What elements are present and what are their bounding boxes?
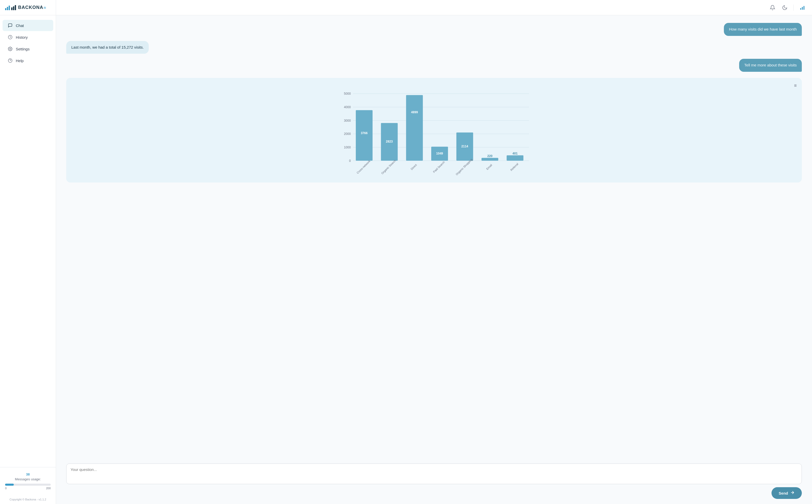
sidebar-item-history[interactable]: History	[3, 32, 53, 43]
send-label: Send	[779, 491, 788, 495]
svg-text:Direct: Direct	[410, 163, 418, 171]
message-user-2: Tell me more about these visits	[66, 59, 802, 72]
copyright: Copyright © Backona - v1.1.2	[0, 495, 56, 504]
svg-rect-6	[804, 6, 805, 10]
data-bars-icon[interactable]	[799, 4, 806, 11]
help-label: Help	[16, 59, 24, 63]
svg-text:1049: 1049	[436, 152, 443, 155]
send-button[interactable]: Send	[772, 487, 802, 499]
svg-text:Paid Search: Paid Search	[433, 160, 446, 173]
svg-text:5000: 5000	[344, 92, 351, 95]
bubble-user-2: Tell me more about these visits	[739, 59, 802, 72]
chat-icon	[8, 23, 13, 28]
question-input[interactable]	[71, 467, 797, 480]
svg-rect-4	[800, 8, 801, 9]
svg-text:220: 220	[487, 154, 492, 158]
message-user-1: How many visits did we have last month	[66, 23, 802, 36]
chat-label: Chat	[16, 23, 24, 28]
svg-text:2823: 2823	[386, 139, 393, 143]
main-panel: How many visits did we have last month L…	[56, 0, 812, 504]
bar-cross-network	[356, 110, 372, 161]
sidebar-nav: Chat History Settings Help	[0, 15, 56, 467]
svg-text:1000: 1000	[344, 145, 351, 149]
svg-text:Email: Email	[486, 163, 493, 170]
svg-text:Cross-network: Cross-network	[356, 159, 371, 174]
topbar-divider	[793, 5, 794, 11]
svg-text:2114: 2114	[461, 144, 468, 148]
history-label: History	[16, 35, 28, 39]
usage-max: 200	[46, 487, 51, 490]
logo-icon	[5, 5, 16, 10]
sidebar-item-settings[interactable]: Settings	[3, 43, 53, 54]
svg-text:Referral: Referral	[510, 162, 519, 171]
svg-rect-5	[802, 7, 803, 10]
svg-text:4899: 4899	[411, 110, 418, 114]
settings-icon	[8, 46, 13, 51]
usage-current: 38	[5, 472, 51, 476]
settings-label: Settings	[16, 47, 30, 51]
input-area: Send	[56, 459, 812, 504]
sidebar-item-help[interactable]: Help	[3, 55, 53, 66]
usage-range: 0 200	[5, 487, 51, 490]
usage-bar	[5, 484, 51, 486]
topbar	[56, 0, 812, 15]
message-bot-1: Last month, we had a total of 15,272 vis…	[66, 41, 802, 54]
bar-direct	[406, 95, 423, 161]
logo: BACKONA ≋	[0, 0, 56, 15]
dark-mode-icon[interactable]	[781, 4, 788, 11]
svg-text:2000: 2000	[344, 132, 351, 136]
bar-email	[482, 158, 498, 161]
usage-fill	[5, 484, 14, 486]
bar-referral	[507, 155, 524, 161]
chat-area: How many visits did we have last month L…	[56, 15, 812, 459]
chart-header: ≡	[71, 83, 797, 88]
input-wrapper[interactable]	[66, 464, 802, 484]
sidebar: BACKONA ≋ Chat History Settings	[0, 0, 56, 504]
logo-wave: ≋	[43, 6, 46, 10]
svg-text:Organic Search: Organic Search	[381, 159, 396, 175]
chart-wrapper: 5000 4000 3000 2000 1000 0 3766 Cross-ne…	[71, 91, 797, 177]
help-icon	[8, 58, 13, 63]
svg-text:4000: 4000	[344, 105, 351, 109]
send-arrow-icon	[790, 490, 795, 496]
svg-text:3000: 3000	[344, 119, 351, 122]
history-icon	[8, 35, 13, 40]
logo-text: BACKONA	[18, 5, 43, 10]
sidebar-footer: 38 Messages usage: 0 200	[0, 467, 56, 495]
chart-menu-icon[interactable]: ≡	[794, 83, 797, 88]
usage-min: 0	[5, 487, 7, 490]
bubble-bot-1: Last month, we had a total of 15,272 vis…	[66, 41, 149, 54]
svg-text:401: 401	[513, 152, 518, 155]
svg-point-1	[10, 48, 11, 50]
notification-icon[interactable]	[769, 4, 776, 11]
chart-card: ≡ 5000 4000 30	[66, 78, 802, 183]
svg-text:3766: 3766	[361, 131, 367, 135]
usage-label: Messages usage:	[5, 477, 51, 481]
svg-text:0: 0	[349, 159, 351, 162]
bubble-user-1: How many visits did we have last month	[724, 23, 802, 36]
bar-chart: 5000 4000 3000 2000 1000 0 3766 Cross-ne…	[71, 91, 797, 177]
send-row: Send	[66, 487, 802, 499]
sidebar-item-chat[interactable]: Chat	[3, 20, 53, 31]
